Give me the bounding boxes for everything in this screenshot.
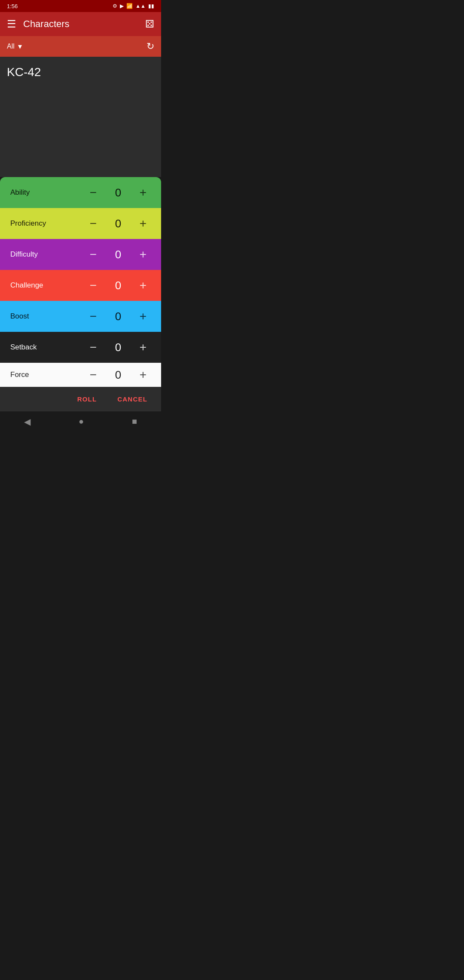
force-decrement-button[interactable]: − <box>85 369 101 381</box>
proficiency-increment-button[interactable]: + <box>135 217 151 230</box>
boost-value: 0 <box>113 310 123 323</box>
boost-decrement-button[interactable]: − <box>85 310 101 322</box>
action-bar: Roll CANCEL <box>0 387 161 411</box>
setback-increment-button[interactable]: + <box>135 341 151 353</box>
status-icons: ⚙ ▶ 📶 ▲▲ ▮▮ <box>113 3 154 9</box>
difficulty-decrement-button[interactable]: − <box>85 248 101 260</box>
ability-row: Ability − 0 + <box>0 177 161 208</box>
boost-increment-button[interactable]: + <box>135 310 151 322</box>
filter-label: All <box>7 43 15 50</box>
signal-icon: 📶 <box>126 3 133 9</box>
dice-panel: Ability − 0 + Proficiency − 0 + Difficul… <box>0 177 161 387</box>
challenge-row: Challenge − 0 + <box>0 270 161 301</box>
ability-controls: − 0 + <box>85 186 151 199</box>
boost-row: Boost − 0 + <box>0 301 161 332</box>
challenge-controls: − 0 + <box>85 279 151 292</box>
app-bar: ☰ Characters ⚄ <box>0 12 161 36</box>
menu-icon[interactable]: ☰ <box>7 18 16 30</box>
ability-label: Ability <box>10 188 85 197</box>
setback-label: Setback <box>10 343 85 352</box>
proficiency-value: 0 <box>113 217 123 230</box>
difficulty-increment-button[interactable]: + <box>135 248 151 260</box>
challenge-label: Challenge <box>10 281 85 290</box>
boost-controls: − 0 + <box>85 310 151 323</box>
battery-icon: ▮▮ <box>148 3 154 9</box>
challenge-decrement-button[interactable]: − <box>85 279 101 291</box>
status-time: 1:56 <box>7 3 18 9</box>
proficiency-controls: − 0 + <box>85 217 151 230</box>
force-controls: − 0 + <box>85 368 151 382</box>
ability-value: 0 <box>113 186 123 199</box>
setback-value: 0 <box>113 341 123 354</box>
character-area: KC-42 <box>0 57 161 91</box>
character-name: KC-42 <box>7 65 154 79</box>
setback-row: Setback − 0 + <box>0 332 161 363</box>
setback-decrement-button[interactable]: − <box>85 341 101 353</box>
filter-dropdown[interactable]: All ▾ <box>7 42 22 51</box>
setback-controls: − 0 + <box>85 341 151 354</box>
app-bar-title: Characters <box>23 18 70 30</box>
difficulty-value: 0 <box>113 248 123 261</box>
challenge-value: 0 <box>113 279 123 292</box>
proficiency-row: Proficiency − 0 + <box>0 208 161 239</box>
refresh-icon[interactable]: ↻ <box>147 41 154 52</box>
roll-button[interactable]: Roll <box>70 392 104 406</box>
wifi-icon: ▲▲ <box>135 3 146 9</box>
difficulty-controls: − 0 + <box>85 248 151 261</box>
nav-bar: ◀ ● ■ <box>0 411 161 432</box>
empty-space <box>0 91 161 177</box>
home-button[interactable]: ● <box>68 413 94 430</box>
challenge-increment-button[interactable]: + <box>135 279 151 291</box>
force-row: Force − 0 + <box>0 363 161 387</box>
settings-icon: ⚙ <box>113 3 117 9</box>
force-increment-button[interactable]: + <box>135 369 151 381</box>
proficiency-label: Proficiency <box>10 219 85 228</box>
force-value: 0 <box>113 368 123 382</box>
status-bar: 1:56 ⚙ ▶ 📶 ▲▲ ▮▮ <box>0 0 161 12</box>
proficiency-decrement-button[interactable]: − <box>85 217 101 230</box>
difficulty-label: Difficulty <box>10 250 85 259</box>
recent-button[interactable]: ■ <box>122 413 147 430</box>
boost-label: Boost <box>10 312 85 321</box>
ability-increment-button[interactable]: + <box>135 187 151 199</box>
play-icon: ▶ <box>120 3 124 9</box>
ability-decrement-button[interactable]: − <box>85 187 101 199</box>
cancel-button[interactable]: CANCEL <box>110 392 154 406</box>
chevron-down-icon: ▾ <box>18 42 22 51</box>
app-bar-left: ☰ Characters <box>7 18 70 30</box>
back-button[interactable]: ◀ <box>14 413 41 430</box>
force-label: Force <box>10 371 85 379</box>
difficulty-row: Difficulty − 0 + <box>0 239 161 270</box>
filter-bar: All ▾ ↻ <box>0 36 161 57</box>
dice-icon[interactable]: ⚄ <box>145 18 154 30</box>
